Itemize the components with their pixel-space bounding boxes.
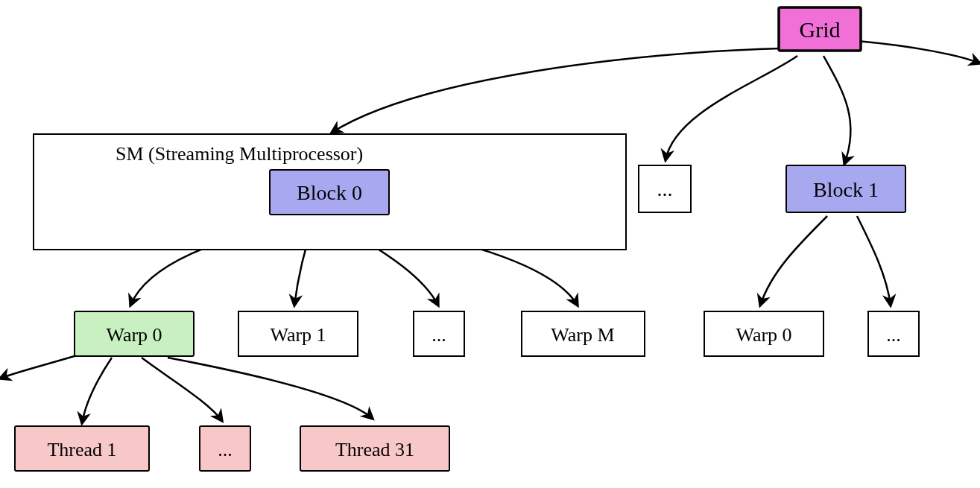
warp-ellipsis-node: ... xyxy=(414,311,464,356)
svg-text:Block 1: Block 1 xyxy=(813,178,879,201)
svg-text:...: ... xyxy=(218,439,233,460)
warp1-node: Warp 1 xyxy=(238,311,358,356)
warpM-node: Warp M xyxy=(522,311,645,356)
sm-label: SM (Streaming Multiprocessor) xyxy=(116,143,363,165)
svg-text:Grid: Grid xyxy=(800,17,841,42)
grid-node: Grid xyxy=(779,7,861,51)
thread31-node: Thread 31 xyxy=(300,426,449,471)
svg-text:Block 0: Block 0 xyxy=(297,181,362,204)
thread1-node: Thread 1 xyxy=(15,426,149,471)
warp0-node: Warp 0 xyxy=(75,311,194,356)
svg-text:...: ... xyxy=(657,177,673,200)
b1-warp-ellipsis-node: ... xyxy=(868,311,919,356)
svg-text:Thread 1: Thread 1 xyxy=(47,439,116,460)
svg-text:...: ... xyxy=(431,324,446,346)
svg-text:...: ... xyxy=(886,324,901,346)
svg-text:Warp M: Warp M xyxy=(551,324,614,346)
svg-text:Warp 0: Warp 0 xyxy=(106,324,162,346)
svg-text:Warp 0: Warp 0 xyxy=(736,324,791,346)
block0-node: Block 0 xyxy=(270,170,389,215)
thread-ellipsis-node: ... xyxy=(200,426,250,471)
svg-text:Thread 31: Thread 31 xyxy=(335,439,414,460)
ellipsis-block-node: ... xyxy=(639,165,691,212)
block1-node: Block 1 xyxy=(786,165,905,212)
svg-text:Warp 1: Warp 1 xyxy=(270,324,326,346)
b1-warp0-node: Warp 0 xyxy=(704,311,823,356)
